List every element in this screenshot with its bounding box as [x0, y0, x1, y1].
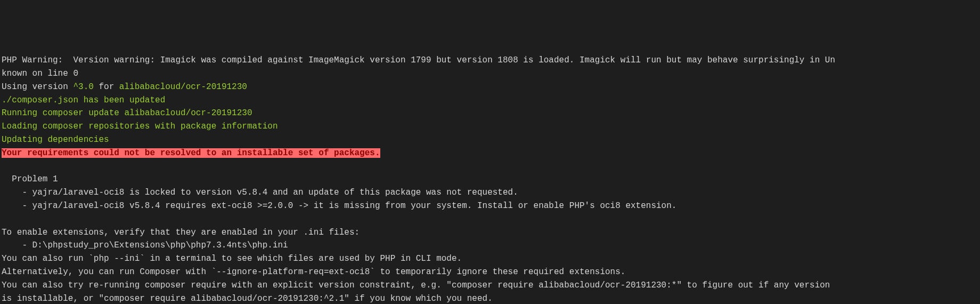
terminal-line: Your requirements could not be resolved … [2, 147, 978, 160]
terminal-output: PHP Warning: Version warning: Imagick wa… [2, 54, 978, 304]
terminal-line: Alternatively, you can run Composer with… [2, 266, 978, 279]
terminal-line: - yajra/laravel-oci8 v5.8.4 requires ext… [2, 199, 978, 213]
terminal-text: for [94, 82, 119, 92]
terminal-line: known on line 0 [2, 67, 978, 81]
terminal-text-green: Loading composer repositories with packa… [2, 122, 277, 131]
terminal-text-green: Running composer update alibabacloud/ocr… [2, 108, 252, 118]
terminal-text-green: Updating dependencies [2, 135, 109, 145]
terminal-line [2, 213, 978, 226]
terminal-line: Running composer update alibabacloud/ocr… [2, 107, 978, 120]
terminal-text-green: ./composer.json has been updated [2, 95, 165, 105]
terminal-line: is installable, or "composer require ali… [2, 292, 978, 304]
terminal-line: Loading composer repositories with packa… [2, 120, 978, 133]
terminal-line [2, 160, 978, 173]
terminal-line: Problem 1 [2, 173, 978, 186]
terminal-text-green: alibabacloud/ocr-20191230 [119, 82, 247, 92]
terminal-line: ./composer.json has been updated [2, 94, 978, 107]
terminal-text: Using version [2, 82, 73, 92]
terminal-line: You can also try re-running composer req… [2, 279, 978, 292]
terminal-line: Using version ^3.0 for alibabacloud/ocr-… [2, 81, 978, 94]
terminal-line: Updating dependencies [2, 133, 978, 147]
terminal-error-text: Your requirements could not be resolved … [2, 148, 380, 158]
terminal-text-green: ^3.0 [73, 82, 93, 92]
terminal-line: - yajra/laravel-oci8 is locked to versio… [2, 186, 978, 199]
terminal-line: - D:\phpstudy_pro\Extensions\php\php7.3.… [2, 239, 978, 252]
terminal-line: You can also run `php --ini` in a termin… [2, 252, 978, 266]
terminal-line: To enable extensions, verify that they a… [2, 226, 978, 239]
terminal-line: PHP Warning: Version warning: Imagick wa… [2, 54, 978, 67]
